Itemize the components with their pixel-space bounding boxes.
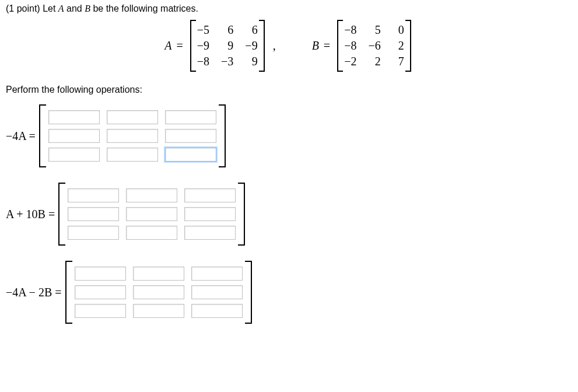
ans-Aplus10B-0-0[interactable] — [68, 188, 119, 202]
ans-neg4A-1-2[interactable] — [165, 129, 216, 143]
matrix-definitions: A = −566 −99−9 −8−39 , B = −850 −8−62 −2… — [6, 20, 572, 72]
matrix-A-table: −566 −99−9 −8−39 — [191, 22, 264, 69]
ans-neg4Aminus2B-0-2[interactable] — [191, 267, 243, 281]
op-neg4A: −4A = — [6, 104, 572, 167]
ans-neg4A-0-1[interactable] — [107, 110, 158, 124]
ans-Aplus10B-0-1[interactable] — [126, 188, 177, 202]
op-Aplus10B: A + 10B = — [6, 183, 572, 246]
ans-Aplus10B-2-2[interactable] — [184, 226, 236, 240]
ans-neg4Aminus2B-1-1[interactable] — [133, 285, 184, 299]
ans-neg4Aminus2B-1-0[interactable] — [75, 285, 126, 299]
op-label-Aplus10B: A + 10B = — [6, 208, 55, 221]
ans-neg4A-1-1[interactable] — [107, 129, 158, 143]
ans-Aplus10B-0-2[interactable] — [184, 188, 236, 202]
label-B: B — [312, 39, 319, 52]
answer-matrix-Aplus10B — [58, 183, 245, 246]
answer-matrix-neg4A — [39, 104, 226, 167]
ans-neg4A-2-0[interactable] — [48, 148, 100, 162]
ans-neg4Aminus2B-0-1[interactable] — [133, 267, 184, 281]
ans-Aplus10B-1-0[interactable] — [68, 207, 119, 221]
op-label-neg4Aminus2B: −4A − 2B = — [6, 286, 62, 299]
problem-intro: (1 point) Let A and B be the following m… — [6, 4, 572, 14]
operations-section: −4A = — [6, 104, 572, 324]
ans-Aplus10B-1-2[interactable] — [184, 207, 236, 221]
ans-neg4A-1-0[interactable] — [48, 129, 100, 143]
op-neg4Aminus2B: −4A − 2B = — [6, 261, 572, 324]
matrix-B: −850 −8−62 −227 — [337, 20, 411, 72]
ans-Aplus10B-2-0[interactable] — [68, 226, 119, 240]
var-B: B — [85, 4, 90, 13]
ans-neg4Aminus2B-2-0[interactable] — [75, 304, 126, 318]
ans-neg4A-0-0[interactable] — [48, 110, 100, 124]
ans-neg4A-2-1[interactable] — [107, 148, 158, 162]
op-label-neg4A: −4A = — [6, 130, 36, 143]
matrix-B-table: −850 −8−62 −227 — [338, 22, 410, 69]
ans-Aplus10B-2-1[interactable] — [126, 226, 177, 240]
points-label: (1 point) — [6, 4, 43, 13]
ans-neg4A-2-2[interactable] — [165, 148, 216, 162]
ans-neg4Aminus2B-0-0[interactable] — [75, 267, 126, 281]
var-A: A — [58, 4, 64, 13]
label-A: A — [164, 39, 171, 52]
answer-matrix-neg4Aminus2B — [65, 261, 252, 324]
operations-header: Perform the following operations: — [6, 85, 572, 95]
ans-Aplus10B-1-1[interactable] — [126, 207, 177, 221]
ans-neg4Aminus2B-2-1[interactable] — [133, 304, 184, 318]
ans-neg4Aminus2B-1-2[interactable] — [191, 285, 243, 299]
matrix-A: −566 −99−9 −8−39 — [190, 20, 265, 72]
ans-neg4A-0-2[interactable] — [165, 110, 216, 124]
ans-neg4Aminus2B-2-2[interactable] — [191, 304, 243, 318]
